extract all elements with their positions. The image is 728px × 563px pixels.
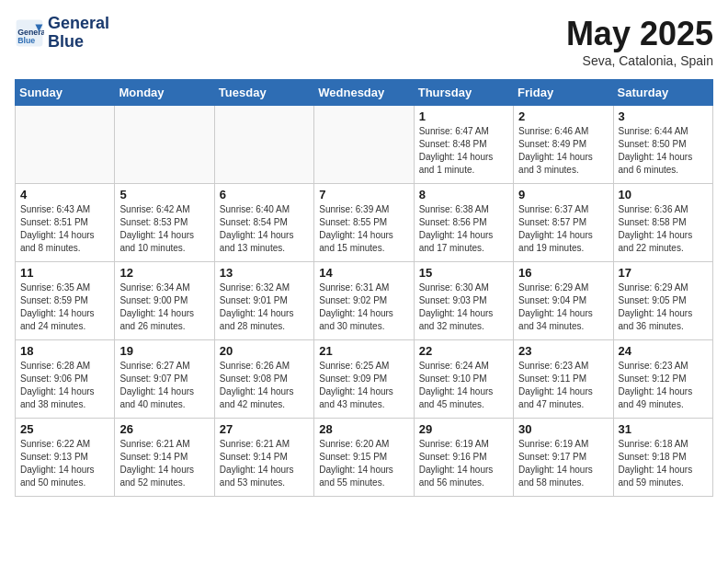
logo-icon: General Blue <box>15 18 44 48</box>
day-number: 5 <box>119 188 209 201</box>
table-row: 11Sunrise: 6:35 AM Sunset: 8:59 PM Dayli… <box>16 262 115 340</box>
svg-text:Blue: Blue <box>17 36 35 45</box>
day-number: 10 <box>619 188 708 201</box>
calendar-header-row: Sunday Monday Tuesday Wednesday Thursday… <box>16 80 713 106</box>
day-number: 1 <box>419 109 508 123</box>
day-info: Sunrise: 6:27 AM Sunset: 9:07 PM Dayligh… <box>119 360 209 411</box>
day-number: 28 <box>319 422 408 436</box>
day-info: Sunrise: 6:20 AM Sunset: 9:15 PM Dayligh… <box>319 438 408 489</box>
calendar-table: Sunday Monday Tuesday Wednesday Thursday… <box>15 79 713 497</box>
table-row: 10Sunrise: 6:36 AM Sunset: 8:58 PM Dayli… <box>613 184 712 262</box>
day-info: Sunrise: 6:23 AM Sunset: 9:11 PM Dayligh… <box>518 360 608 411</box>
day-number: 21 <box>319 344 408 358</box>
table-row: 7Sunrise: 6:39 AM Sunset: 8:55 PM Daylig… <box>314 184 414 262</box>
table-row: 12Sunrise: 6:34 AM Sunset: 9:00 PM Dayli… <box>115 262 214 340</box>
location: Seva, Catalonia, Spain <box>566 53 713 68</box>
table-row: 4Sunrise: 6:43 AM Sunset: 8:51 PM Daylig… <box>16 184 115 262</box>
table-row: 16Sunrise: 6:29 AM Sunset: 9:04 PM Dayli… <box>514 262 613 340</box>
day-number: 16 <box>518 266 608 280</box>
day-info: Sunrise: 6:47 AM Sunset: 8:48 PM Dayligh… <box>419 125 508 177</box>
table-row: 30Sunrise: 6:19 AM Sunset: 9:17 PM Dayli… <box>514 419 613 497</box>
day-number: 19 <box>119 344 209 358</box>
day-info: Sunrise: 6:24 AM Sunset: 9:10 PM Dayligh… <box>419 360 508 411</box>
day-number: 20 <box>220 344 309 358</box>
table-row: 23Sunrise: 6:23 AM Sunset: 9:11 PM Dayli… <box>514 340 613 419</box>
day-info: Sunrise: 6:30 AM Sunset: 9:03 PM Dayligh… <box>419 282 508 333</box>
header-friday: Friday <box>514 80 613 106</box>
table-row <box>115 106 214 184</box>
day-number: 22 <box>419 344 508 358</box>
page-header: General Blue General Blue May 2025 Seva,… <box>15 15 713 68</box>
logo-text: General Blue <box>48 15 109 52</box>
day-info: Sunrise: 6:26 AM Sunset: 9:08 PM Dayligh… <box>220 360 309 411</box>
table-row: 27Sunrise: 6:21 AM Sunset: 9:14 PM Dayli… <box>214 419 313 497</box>
day-info: Sunrise: 6:40 AM Sunset: 8:54 PM Dayligh… <box>220 203 309 255</box>
day-info: Sunrise: 6:19 AM Sunset: 9:17 PM Dayligh… <box>518 438 608 489</box>
table-row: 15Sunrise: 6:30 AM Sunset: 9:03 PM Dayli… <box>414 262 513 340</box>
table-row: 2Sunrise: 6:46 AM Sunset: 8:49 PM Daylig… <box>514 106 613 184</box>
day-info: Sunrise: 6:36 AM Sunset: 8:58 PM Dayligh… <box>619 203 708 255</box>
day-info: Sunrise: 6:38 AM Sunset: 8:56 PM Dayligh… <box>419 203 508 255</box>
day-info: Sunrise: 6:39 AM Sunset: 8:55 PM Dayligh… <box>319 203 408 255</box>
table-row: 29Sunrise: 6:19 AM Sunset: 9:16 PM Dayli… <box>414 419 513 497</box>
day-number: 11 <box>20 266 109 280</box>
day-number: 23 <box>518 344 608 358</box>
table-row: 21Sunrise: 6:25 AM Sunset: 9:09 PM Dayli… <box>314 340 414 419</box>
day-info: Sunrise: 6:18 AM Sunset: 9:18 PM Dayligh… <box>619 438 708 489</box>
day-info: Sunrise: 6:35 AM Sunset: 8:59 PM Dayligh… <box>20 282 109 333</box>
header-monday: Monday <box>115 80 214 106</box>
header-wednesday: Wednesday <box>314 80 414 106</box>
day-info: Sunrise: 6:46 AM Sunset: 8:49 PM Dayligh… <box>518 125 608 177</box>
day-number: 6 <box>220 188 309 201</box>
day-number: 31 <box>619 422 708 436</box>
month-title: May 2025 <box>566 15 713 53</box>
table-row: 24Sunrise: 6:23 AM Sunset: 9:12 PM Dayli… <box>613 340 712 419</box>
day-info: Sunrise: 6:22 AM Sunset: 9:13 PM Dayligh… <box>20 438 109 489</box>
header-thursday: Thursday <box>414 80 513 106</box>
day-number: 4 <box>20 188 109 201</box>
day-number: 7 <box>319 188 408 201</box>
table-row: 17Sunrise: 6:29 AM Sunset: 9:05 PM Dayli… <box>613 262 712 340</box>
table-row <box>214 106 313 184</box>
calendar-row: 4Sunrise: 6:43 AM Sunset: 8:51 PM Daylig… <box>16 184 713 262</box>
table-row: 28Sunrise: 6:20 AM Sunset: 9:15 PM Dayli… <box>314 419 414 497</box>
day-info: Sunrise: 6:32 AM Sunset: 9:01 PM Dayligh… <box>220 282 309 333</box>
header-sunday: Sunday <box>16 80 115 106</box>
table-row: 13Sunrise: 6:32 AM Sunset: 9:01 PM Dayli… <box>214 262 313 340</box>
day-number: 12 <box>119 266 209 280</box>
table-row: 19Sunrise: 6:27 AM Sunset: 9:07 PM Dayli… <box>115 340 214 419</box>
day-info: Sunrise: 6:29 AM Sunset: 9:04 PM Dayligh… <box>518 282 608 333</box>
table-row: 3Sunrise: 6:44 AM Sunset: 8:50 PM Daylig… <box>613 106 712 184</box>
calendar-row: 18Sunrise: 6:28 AM Sunset: 9:06 PM Dayli… <box>16 340 713 419</box>
day-info: Sunrise: 6:31 AM Sunset: 9:02 PM Dayligh… <box>319 282 408 333</box>
table-row: 1Sunrise: 6:47 AM Sunset: 8:48 PM Daylig… <box>414 106 513 184</box>
table-row: 9Sunrise: 6:37 AM Sunset: 8:57 PM Daylig… <box>514 184 613 262</box>
table-row: 25Sunrise: 6:22 AM Sunset: 9:13 PM Dayli… <box>16 419 115 497</box>
day-number: 9 <box>518 188 608 201</box>
table-row <box>16 106 115 184</box>
calendar-row: 11Sunrise: 6:35 AM Sunset: 8:59 PM Dayli… <box>16 262 713 340</box>
day-number: 8 <box>419 188 508 201</box>
table-row: 31Sunrise: 6:18 AM Sunset: 9:18 PM Dayli… <box>613 419 712 497</box>
table-row: 6Sunrise: 6:40 AM Sunset: 8:54 PM Daylig… <box>214 184 313 262</box>
table-row: 22Sunrise: 6:24 AM Sunset: 9:10 PM Dayli… <box>414 340 513 419</box>
calendar-row: 25Sunrise: 6:22 AM Sunset: 9:13 PM Dayli… <box>16 419 713 497</box>
table-row: 8Sunrise: 6:38 AM Sunset: 8:56 PM Daylig… <box>414 184 513 262</box>
day-info: Sunrise: 6:23 AM Sunset: 9:12 PM Dayligh… <box>619 360 708 411</box>
day-info: Sunrise: 6:29 AM Sunset: 9:05 PM Dayligh… <box>619 282 708 333</box>
day-number: 26 <box>119 422 209 436</box>
title-area: May 2025 Seva, Catalonia, Spain <box>566 15 713 68</box>
day-number: 17 <box>619 266 708 280</box>
day-info: Sunrise: 6:21 AM Sunset: 9:14 PM Dayligh… <box>220 438 309 489</box>
day-number: 2 <box>518 109 608 123</box>
day-info: Sunrise: 6:25 AM Sunset: 9:09 PM Dayligh… <box>319 360 408 411</box>
day-number: 24 <box>619 344 708 358</box>
day-number: 30 <box>518 422 608 436</box>
day-info: Sunrise: 6:21 AM Sunset: 9:14 PM Dayligh… <box>119 438 209 489</box>
header-tuesday: Tuesday <box>214 80 313 106</box>
table-row <box>314 106 414 184</box>
header-saturday: Saturday <box>613 80 712 106</box>
day-number: 25 <box>20 422 109 436</box>
day-number: 27 <box>220 422 309 436</box>
day-info: Sunrise: 6:44 AM Sunset: 8:50 PM Dayligh… <box>619 125 708 177</box>
